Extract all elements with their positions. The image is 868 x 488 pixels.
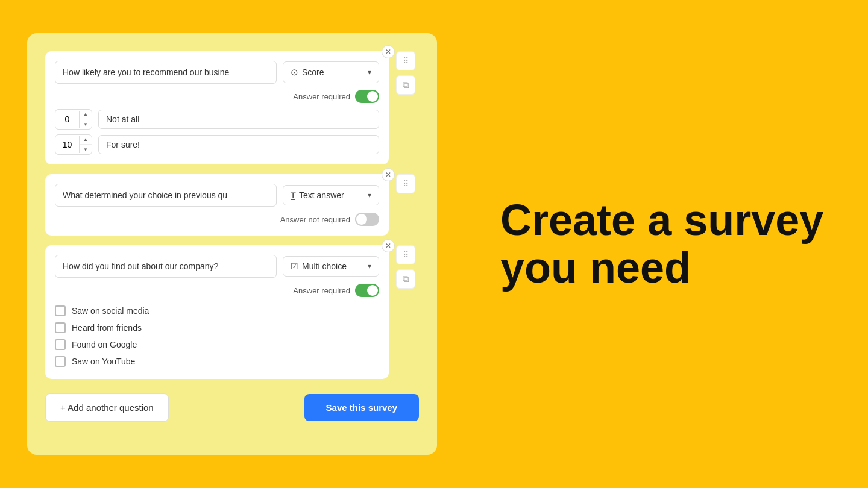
option-label-4: Saw on YouTube xyxy=(72,357,135,366)
drag-icon-q1: ⠿ xyxy=(403,56,409,66)
score-row-0: 0 ▲ ▼ xyxy=(55,109,379,130)
checkbox-options-q3: Saw on social media Heard from friends F… xyxy=(55,303,379,369)
bottom-actions: + Add another question Save this survey xyxy=(45,393,419,422)
score-label-input-0[interactable] xyxy=(98,110,379,129)
number-input-1[interactable]: 10 ▲ ▼ xyxy=(55,134,92,155)
answer-required-toggle-q3[interactable] xyxy=(355,284,379,297)
number-arrows-1: ▲ ▼ xyxy=(80,135,92,154)
question-card-2: ✕ T̲ Text answer ▾ Answer not required xyxy=(45,174,389,236)
close-button-q1[interactable]: ✕ xyxy=(382,45,395,58)
option-label-1: Saw on social media xyxy=(72,306,149,316)
checkbox-box-3[interactable] xyxy=(55,339,66,350)
copy-icon-q3: ⧉ xyxy=(403,274,409,284)
chevron-icon-q3: ▾ xyxy=(368,262,371,271)
checkbox-box-1[interactable] xyxy=(55,305,66,316)
score-label-input-1[interactable] xyxy=(98,135,379,154)
drag-handle-q3[interactable]: ⠿ xyxy=(396,245,415,264)
copy-icon-q1: ⧉ xyxy=(403,80,409,90)
card-header-q2: T̲ Text answer ▾ xyxy=(55,184,379,207)
right-actions-q1: ⠿ ⧉ xyxy=(396,51,415,95)
answer-required-label-q1: Answer required xyxy=(293,92,350,101)
drag-handle-q1[interactable]: ⠿ xyxy=(396,51,415,70)
save-survey-button[interactable]: Save this survey xyxy=(304,394,419,421)
headline-line1: Create a survey xyxy=(500,196,823,244)
close-button-q3[interactable]: ✕ xyxy=(382,239,395,252)
multi-choice-icon: ☑ xyxy=(291,261,298,271)
question-input-q3[interactable] xyxy=(55,255,277,278)
score-inputs-q1: 0 ▲ ▼ 10 ▲ ▼ xyxy=(55,109,379,155)
copy-button-q3[interactable]: ⧉ xyxy=(396,269,415,289)
checkbox-box-2[interactable] xyxy=(55,322,66,333)
copy-button-q1[interactable]: ⧉ xyxy=(396,75,415,95)
answer-required-row-q2: Answer not required xyxy=(55,213,379,226)
headline: Create a survey you need xyxy=(500,196,823,292)
right-actions-q2: ⠿ xyxy=(396,174,415,193)
headline-line2: you need xyxy=(500,244,823,292)
option-2: Heard from friends xyxy=(55,322,379,333)
question-card-1: ✕ ⊙ Score ▾ Answer required xyxy=(45,51,389,164)
number-value-1: 10 xyxy=(55,136,80,153)
option-1: Saw on social media xyxy=(55,305,379,316)
option-4: Saw on YouTube xyxy=(55,356,379,367)
number-value-0: 0 xyxy=(55,111,80,128)
survey-container: ✕ ⊙ Score ▾ Answer required xyxy=(27,33,437,455)
left-panel: ✕ ⊙ Score ▾ Answer required xyxy=(0,0,464,488)
drag-icon-q2: ⠿ xyxy=(403,179,409,189)
question-input-q1[interactable] xyxy=(55,61,277,84)
right-panel: Create a survey you need xyxy=(464,0,868,488)
right-actions-q3: ⠿ ⧉ xyxy=(396,245,415,289)
card-header-q3: ☑ Multi choice ▾ xyxy=(55,255,379,278)
option-3: Found on Google xyxy=(55,339,379,350)
answer-required-label-q2: Answer not required xyxy=(280,215,350,224)
type-select-q1[interactable]: ⊙ Score ▾ xyxy=(283,61,379,83)
close-button-q2[interactable]: ✕ xyxy=(382,168,395,181)
arrow-down-1[interactable]: ▼ xyxy=(80,145,92,154)
type-select-q3[interactable]: ☑ Multi choice ▾ xyxy=(283,256,379,277)
score-row-1: 10 ▲ ▼ xyxy=(55,134,379,155)
type-label-q2: Text answer xyxy=(299,190,344,200)
answer-required-label-q3: Answer required xyxy=(293,286,350,295)
number-arrows-0: ▲ ▼ xyxy=(80,110,92,129)
arrow-down-0[interactable]: ▼ xyxy=(80,119,92,129)
number-input-0[interactable]: 0 ▲ ▼ xyxy=(55,109,92,130)
drag-icon-q3: ⠿ xyxy=(403,250,409,260)
drag-handle-q2[interactable]: ⠿ xyxy=(396,174,415,193)
card-header-q1: ⊙ Score ▾ xyxy=(55,61,379,84)
toggle-knob-q1 xyxy=(367,91,378,102)
type-label-q1: Score xyxy=(302,67,324,77)
chevron-icon-q1: ▾ xyxy=(368,68,371,77)
answer-required-toggle-q2[interactable] xyxy=(355,213,379,226)
option-label-3: Found on Google xyxy=(72,340,137,349)
answer-required-row-q1: Answer required xyxy=(55,90,379,103)
add-question-button[interactable]: + Add another question xyxy=(45,393,169,422)
answer-required-row-q3: Answer required xyxy=(55,284,379,297)
checkbox-box-4[interactable] xyxy=(55,356,66,367)
option-label-2: Heard from friends xyxy=(72,323,142,333)
question-input-q2[interactable] xyxy=(55,184,277,207)
question-card-3: ✕ ☑ Multi choice ▾ Answer required xyxy=(45,245,389,379)
score-icon: ⊙ xyxy=(291,67,298,78)
chevron-icon-q2: ▾ xyxy=(368,191,371,199)
answer-required-toggle-q1[interactable] xyxy=(355,90,379,103)
arrow-up-0[interactable]: ▲ xyxy=(80,110,92,119)
text-answer-icon: T̲ xyxy=(291,191,295,200)
toggle-knob-q2 xyxy=(356,214,367,225)
toggle-knob-q3 xyxy=(367,285,378,296)
type-label-q3: Multi choice xyxy=(302,261,347,271)
type-select-q2[interactable]: T̲ Text answer ▾ xyxy=(283,185,379,205)
arrow-up-1[interactable]: ▲ xyxy=(80,135,92,145)
